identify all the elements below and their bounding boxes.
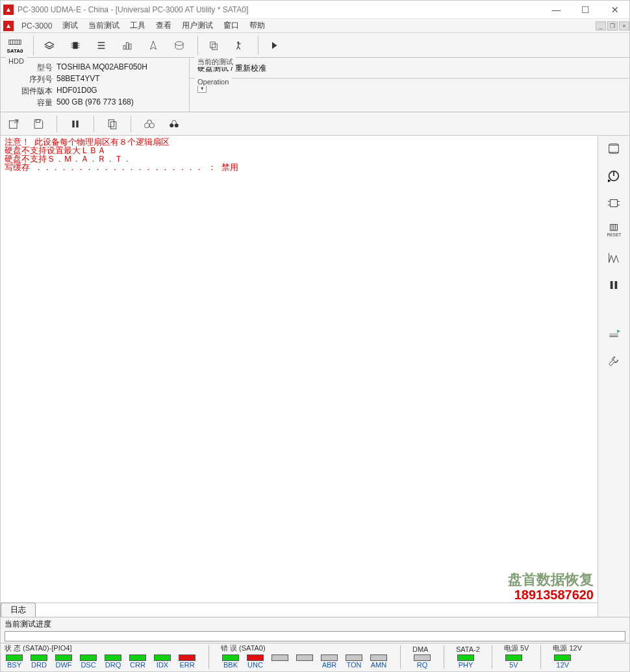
save-button[interactable] [29,115,47,133]
minimize-button[interactable]: — [542,1,571,19]
svg-rect-25 [72,120,74,127]
toolbar-play-button[interactable] [262,34,286,56]
svg-point-31 [170,123,173,127]
svg-rect-20 [210,42,216,47]
svg-rect-16 [123,45,125,49]
toolbar-btn-6[interactable] [168,34,191,56]
menu-tools[interactable]: 工具 [125,20,151,31]
chip2-icon [606,196,622,210]
mdi-restore-button[interactable]: ❐ [607,21,618,31]
status-led: 12V [553,654,572,669]
toolbar-btn-5[interactable] [142,34,165,56]
copy-button[interactable] [103,115,121,133]
status-led: DWF [54,654,73,669]
menu-test[interactable]: 测试 [57,20,83,31]
export-button[interactable] [5,115,23,133]
menu-app[interactable]: PC-3000 [16,21,57,31]
titlebar: ▲ PC-3000 UDMA-E - China - [Universal PC… [1,1,629,19]
mdi-close-button[interactable]: × [619,21,629,31]
play-icon [268,40,281,51]
side-btn-reset[interactable]: RESET [603,221,624,240]
resistor-icon [606,251,622,265]
log-tab[interactable]: 日志 [1,603,36,617]
menu-help[interactable]: 帮助 [244,20,270,31]
led-label: BBK [223,661,238,669]
led-label: 12V [557,661,570,669]
menu-window[interactable]: 窗口 [218,20,244,31]
mdi-minimize-button[interactable]: _ [596,21,606,31]
led-lamp [105,654,121,661]
led-lamp [6,654,23,661]
sata-port-button[interactable]: SATA0 [3,34,27,56]
led-lamp [247,654,264,661]
progress-label: 当前测试进度 [5,619,51,628]
led-lamp [321,654,338,661]
svg-rect-27 [108,119,114,127]
led-label: TON [346,661,361,669]
svg-text:▶: ▶ [617,329,621,333]
log-text[interactable]: 注意！ 此设备每个物理扇区有８个逻辑扇区 硬盘不支持设置最大ＬＢＡ 硬盘不支持Ｓ… [1,136,598,603]
status-led: PHY [456,654,475,669]
status-group-sata: 状 态 (SATA0)-[PIO4] BSYDRDDWFDSCDRQCRRIDX… [5,643,197,669]
reset-icon: RESET [605,223,622,238]
led-lamp [414,654,431,661]
led-label: BSY [7,661,21,669]
menu-view[interactable]: 查看 [151,20,177,31]
side-btn-layers[interactable]: ▶ [603,325,624,343]
toolbar-btn-2[interactable] [64,34,87,56]
svg-text:▶: ▶ [608,179,611,182]
list-icon [95,40,108,51]
side-btn-resistor[interactable] [603,249,624,267]
log-tabs: 日志 [1,603,598,617]
hdd-info-group: HDD 型号TOSHIBA MQ02ABF050H 序列号58BET4YVT 固… [1,58,189,112]
chip-icon [69,40,82,51]
toolbar-btn-1[interactable] [38,34,61,56]
toolbar-btn-8[interactable] [228,34,251,56]
toolbar-btn-3[interactable] [90,34,113,56]
menu-current-test[interactable]: 当前测试 [83,20,125,31]
watermark-phone: 18913587620 [514,588,594,601]
status-dma-label: DMA [412,645,432,653]
find-next-button[interactable] [165,115,183,133]
led-label: ERR [179,661,194,669]
hdd-model: TOSHIBA MQ02ABF050H [57,62,147,73]
toolbar-btn-7[interactable] [202,34,225,56]
led-lamp [31,654,47,661]
current-test-label: 当前的测试 [195,57,236,67]
hdd-group-label: HDD [6,57,27,65]
scroll-icon [606,142,622,156]
side-btn-pause[interactable] [603,276,624,294]
close-button[interactable]: ✕ [600,1,629,19]
side-btn-chip[interactable] [603,194,624,212]
led-lamp [179,654,195,661]
find-button[interactable] [140,115,158,133]
status-led: ABR [320,654,339,669]
led-lamp [154,654,171,661]
export-icon [7,118,20,131]
led-label: PHY [459,661,473,669]
app-window: ▲ PC-3000 UDMA-E - China - [Universal PC… [0,0,630,672]
status-led: BBK [221,654,240,669]
side-btn-scroll[interactable] [603,140,624,158]
led-label: DWF [55,661,71,669]
status-led: BSY [5,654,24,669]
power-icon: ▶ [606,169,622,183]
led-lamp [222,654,239,661]
side-btn-power[interactable]: ▶ [603,167,624,185]
status-sata-label: 状 态 (SATA0)-[PIO4] [5,643,197,653]
led-label: CRR [130,661,145,669]
status-group-dma: DMA RQ [412,645,432,669]
pause-icon [70,119,81,129]
menu-user-test[interactable]: 用户测试 [177,20,218,31]
svg-rect-18 [129,44,131,49]
led-label: RQ [417,661,428,669]
pause-button[interactable] [66,115,84,133]
status-group-error: 错 误 (SATA0) BBKUNCABRTONAMN [221,643,388,669]
maximize-button[interactable]: ☐ [571,1,600,19]
log-line-4: 写缓存 ．．．．．．．．．．．．．．．．．．．． ： 禁用 [5,162,238,172]
toolbar-btn-4[interactable] [116,34,139,56]
side-btn-tools[interactable] [603,353,624,371]
save-icon [32,118,45,131]
svg-rect-6 [73,42,78,49]
led-lamp [80,654,97,661]
